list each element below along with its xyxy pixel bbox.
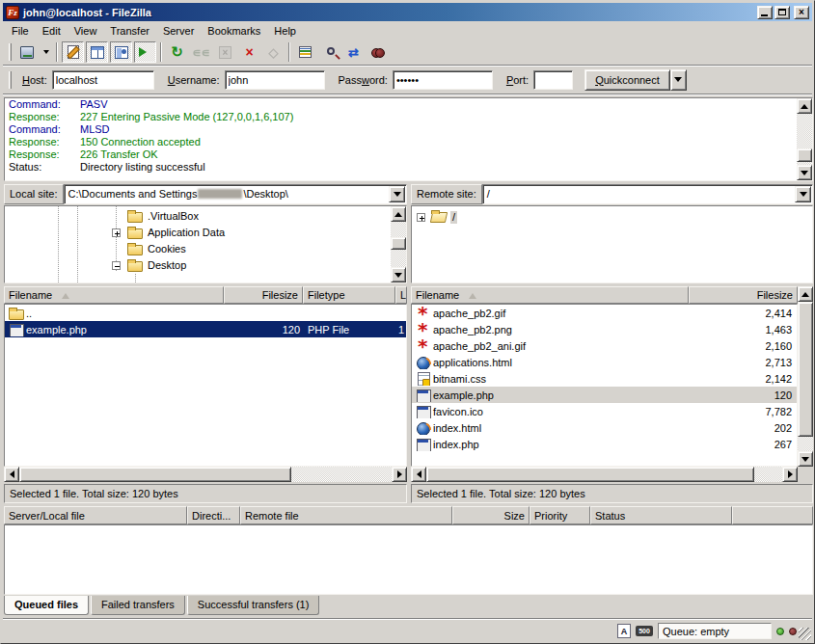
file-row[interactable]: applications.html 2,713 (412, 354, 797, 370)
process-queue-button[interactable]: ∊∊ (190, 41, 212, 63)
synchronized-browsing-button[interactable]: ⇄ (342, 41, 365, 63)
local-hscrollbar[interactable] (4, 467, 407, 482)
file-row[interactable]: apache_pb2_ani.gif 2,160 (412, 337, 797, 354)
tree-item-desktop[interactable]: Desktop (5, 257, 406, 274)
scroll-up-button[interactable] (391, 206, 406, 222)
scroll-right-button[interactable] (392, 467, 407, 482)
column-header-size[interactable]: Size (452, 506, 530, 524)
menu-server[interactable]: Server (156, 23, 201, 39)
remote-site-combo[interactable]: / (482, 184, 813, 204)
find-files-button[interactable] (367, 41, 389, 63)
local-directory-tree[interactable]: .VirtualBox Application Data Cookies Des… (4, 205, 407, 283)
toggle-local-tree-button[interactable] (86, 41, 108, 63)
menu-file[interactable]: File (5, 23, 36, 39)
remote-file-list[interactable]: apache_pb2.gif 2,414 apache_pb2.png 1,46… (411, 304, 798, 467)
tree-item-virtualbox[interactable]: .VirtualBox (5, 208, 406, 225)
column-header-priority[interactable]: Priority (530, 506, 590, 524)
resize-grip[interactable] (799, 628, 811, 640)
speed-limits-icon[interactable]: 500 (636, 626, 653, 636)
tree-item-label[interactable]: / (450, 211, 457, 224)
local-site-combo[interactable]: C:\Documents and Settings\Desktop\ (64, 184, 407, 204)
file-row[interactable]: apache_pb2.png 1,463 (412, 321, 797, 337)
tree-expander[interactable] (112, 228, 121, 237)
menu-view[interactable]: View (68, 23, 104, 39)
toggle-message-log-button[interactable] (62, 41, 84, 63)
quickconnect-button[interactable]: Quickconnect (584, 69, 670, 91)
close-button[interactable]: × (794, 6, 809, 19)
scroll-down-button[interactable] (391, 267, 406, 282)
cancel-operation-button[interactable]: × (214, 41, 236, 63)
scrollbar-thumb[interactable] (391, 237, 406, 250)
tree-item-label[interactable]: .VirtualBox (146, 210, 201, 223)
file-row[interactable]: bitnami.css 2,142 (412, 370, 797, 387)
menu-bookmarks[interactable]: Bookmarks (201, 23, 267, 39)
menu-help[interactable]: Help (267, 23, 303, 39)
tree-expander[interactable] (417, 213, 425, 222)
tree-expander[interactable] (112, 261, 121, 270)
toolbar-grip[interactable] (9, 43, 12, 61)
file-row[interactable]: index.php 267 (412, 436, 797, 452)
transfer-type-icon[interactable]: A (617, 624, 631, 638)
tree-item-application-data[interactable]: Application Data (5, 225, 406, 241)
remote-directory-tree[interactable]: / (411, 205, 813, 283)
site-manager-dropdown[interactable] (40, 41, 52, 63)
scrollbar-thumb[interactable] (797, 148, 812, 162)
scroll-left-button[interactable] (4, 467, 19, 482)
scroll-down-button[interactable] (798, 451, 813, 467)
minimize-button[interactable] (757, 6, 773, 19)
refresh-button[interactable]: ↻ (166, 41, 188, 63)
file-row-parent-dir[interactable]: .. (5, 305, 406, 321)
local-file-list[interactable]: .. example.php 120 PHP File 1 (4, 304, 407, 467)
quickconnect-grip[interactable] (9, 71, 12, 89)
tab-successful-transfers[interactable]: Successful transfers (1) (187, 596, 320, 615)
column-header-filetype[interactable]: Filetype (303, 286, 395, 304)
toggle-queue-button[interactable] (134, 41, 156, 63)
tree-item-root[interactable]: / (412, 209, 812, 226)
site-manager-button[interactable] (15, 41, 38, 63)
remote-list-scrollbar[interactable] (798, 286, 813, 467)
maximize-button[interactable] (774, 6, 790, 19)
remote-hscrollbar[interactable] (411, 467, 798, 482)
tab-queued-files[interactable]: Queued files (4, 596, 89, 615)
tree-item-cookies[interactable]: Cookies (5, 241, 406, 257)
scrollbar-thumb[interactable] (798, 302, 813, 437)
column-header-filename[interactable]: Filename (411, 286, 689, 304)
username-input[interactable] (225, 70, 325, 90)
local-site-dropdown[interactable] (389, 186, 405, 202)
file-row[interactable]: apache_pb2.gif 2,414 (412, 305, 797, 321)
column-header-remote-file[interactable]: Remote file (240, 506, 452, 524)
directory-comparison-button[interactable] (318, 41, 340, 63)
disconnect-button[interactable]: × (238, 41, 260, 63)
port-input[interactable] (533, 70, 573, 90)
remote-site-dropdown[interactable] (795, 186, 811, 202)
column-header-status[interactable]: Status (590, 506, 732, 524)
tree-item-label[interactable]: Cookies (146, 243, 188, 255)
tree-item-label[interactable]: Desktop (146, 259, 188, 272)
column-header-direction[interactable]: Directi... (187, 506, 240, 524)
column-header-server-local-file[interactable]: Server/Local file (4, 506, 187, 524)
scroll-up-button[interactable] (798, 286, 813, 302)
file-row-example-php[interactable]: example.php 120 PHP File 1 (5, 321, 406, 337)
column-header-filesize[interactable]: Filesize (689, 286, 798, 304)
quickconnect-dropdown[interactable] (670, 69, 687, 91)
menu-transfer[interactable]: Transfer (103, 23, 156, 39)
scrollbar-thumb[interactable] (19, 467, 291, 482)
file-row[interactable]: favicon.ico 7,782 (412, 403, 797, 419)
host-input[interactable] (52, 70, 154, 90)
scroll-right-button[interactable] (782, 467, 798, 482)
menu-edit[interactable]: Edit (36, 23, 68, 39)
column-header-modified[interactable]: L (395, 286, 407, 304)
column-header-filename[interactable]: Filename (4, 286, 224, 304)
tree-item-label[interactable]: Application Data (146, 227, 227, 239)
scroll-left-button[interactable] (411, 467, 426, 482)
toggle-remote-tree-button[interactable] (110, 41, 132, 63)
log-scrollbar[interactable] (797, 98, 812, 180)
file-row[interactable]: index.html 202 (412, 419, 797, 436)
scroll-up-button[interactable] (797, 98, 812, 114)
local-tree-scrollbar[interactable] (391, 206, 406, 282)
scroll-down-button[interactable] (797, 165, 812, 180)
queue-list[interactable] (4, 524, 813, 595)
column-header-filesize[interactable]: Filesize (224, 286, 303, 304)
password-input[interactable] (393, 70, 493, 90)
directory-filters-button[interactable] (294, 41, 316, 63)
